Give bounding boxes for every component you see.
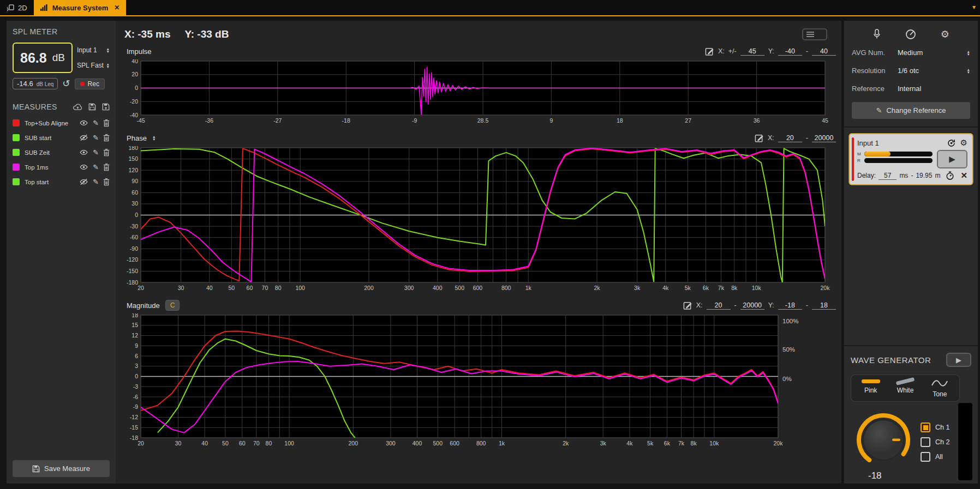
measure-row[interactable]: SUB start ✎: [13, 134, 110, 142]
impulse-chart-container[interactable]: -45-36-27-18-928.591827364540200-20-40: [121, 59, 837, 127]
magnitude-y-min-field[interactable]: -18: [778, 301, 802, 310]
edit-range-icon[interactable]: [683, 301, 692, 310]
channel-checkbox[interactable]: All: [921, 452, 961, 462]
spinner-icon[interactable]: ▲▼: [106, 47, 110, 53]
tab-measure-label: Measure System: [52, 4, 109, 12]
svg-text:400: 400: [433, 285, 443, 291]
impulse-y-min-field[interactable]: -40: [778, 47, 802, 56]
svg-text:5k: 5k: [647, 440, 654, 446]
gear-icon[interactable]: ⚙: [941, 28, 949, 40]
remove-input-icon[interactable]: ✕: [960, 171, 967, 180]
phase-x-min-field[interactable]: 20: [778, 134, 802, 142]
delete-measure-icon[interactable]: [103, 148, 110, 156]
spinner-icon[interactable]: ▲▼: [106, 63, 110, 68]
change-reference-button[interactable]: ✎ Change Reference: [852, 102, 970, 119]
tab-2d[interactable]: 2D: [0, 0, 34, 15]
svg-text:600: 600: [450, 440, 459, 446]
tab-measure-system[interactable]: Measure System ✕: [34, 0, 127, 15]
magnitude-x-max-field[interactable]: 20000: [740, 301, 764, 310]
impulse-chart[interactable]: -45-36-27-18-928.591827364540200-20-40: [121, 59, 830, 125]
spl-mode-select[interactable]: SPL Fast ▲▼: [77, 62, 110, 69]
impulse-y-max-field[interactable]: 40: [812, 47, 836, 56]
impulse-x-range-field[interactable]: 45: [740, 47, 764, 56]
latency-gauge-icon[interactable]: [905, 28, 916, 40]
measure-name: SUB Zeit: [25, 149, 79, 156]
svg-text:9: 9: [135, 342, 138, 349]
cloud-upload-icon[interactable]: [73, 104, 82, 111]
svg-text:3k: 3k: [600, 440, 607, 446]
measure-row[interactable]: Top+Sub Aligne ✎: [13, 119, 110, 127]
magnitude-y-max-field[interactable]: 18: [812, 301, 836, 310]
rec-button[interactable]: Rec: [75, 79, 105, 89]
r-level-meter: [864, 158, 933, 163]
source-tone[interactable]: Tone: [923, 379, 957, 398]
svg-text:40: 40: [132, 59, 138, 64]
close-tab-icon[interactable]: ✕: [114, 4, 119, 11]
resolution-row[interactable]: Resolution 1/6 otc ▲▼: [844, 62, 978, 80]
svg-text:-40: -40: [130, 112, 138, 118]
eye-off-icon[interactable]: [79, 178, 88, 185]
magnitude-chart[interactable]: 203040506070801002003004005006008001k2k3…: [121, 313, 830, 448]
microphone-icon[interactable]: [873, 28, 881, 40]
eye-icon[interactable]: [79, 149, 88, 156]
tabbar-overflow-icon[interactable]: ▾: [972, 3, 976, 11]
svg-text:50: 50: [228, 285, 235, 291]
measure-row[interactable]: Top start ✎: [13, 178, 110, 186]
edit-range-icon[interactable]: [755, 134, 764, 143]
input-settings-gear-icon[interactable]: ⚙: [960, 138, 967, 148]
eye-off-icon[interactable]: [79, 134, 88, 141]
edit-measure-icon[interactable]: ✎: [93, 134, 99, 142]
history-icon[interactable]: ↺: [62, 78, 70, 89]
generator-play-button[interactable]: ▶: [946, 353, 971, 367]
delay-value-field[interactable]: 57: [879, 172, 897, 180]
svg-text:20k: 20k: [774, 440, 784, 446]
stopwatch-icon[interactable]: [946, 171, 954, 180]
delay-ms-unit: ms: [899, 172, 908, 179]
save-measure-button[interactable]: Save Measure: [13, 460, 110, 477]
edit-measure-icon[interactable]: ✎: [93, 119, 99, 127]
svg-text:200: 200: [364, 285, 374, 291]
source-pink[interactable]: Pink: [853, 379, 888, 398]
input-select[interactable]: Input 1 ▲▼: [77, 46, 110, 54]
save-add-icon[interactable]: [102, 103, 110, 111]
phase-chart[interactable]: 203040506070801002003004005006008001k2k3…: [121, 146, 830, 292]
input-play-button[interactable]: ▶: [937, 150, 967, 168]
svg-text:40: 40: [206, 285, 213, 291]
channel-checkbox[interactable]: Ch 2: [921, 437, 961, 447]
white-noise-icon: [896, 377, 915, 385]
coherence-toggle-button[interactable]: C: [165, 300, 180, 311]
tab-2d-label: 2D: [18, 4, 27, 12]
phase-mode-spinner-icon[interactable]: ▲▼: [152, 135, 156, 141]
channel-checkbox[interactable]: Ch 1: [921, 422, 961, 432]
measure-row[interactable]: Top 1ms ✎: [13, 163, 110, 171]
eye-icon[interactable]: [79, 119, 88, 126]
spinner-icon[interactable]: ▲▼: [967, 50, 970, 56]
measure-row[interactable]: SUB Zeit ✎: [13, 148, 110, 156]
delete-measure-icon[interactable]: [103, 134, 110, 142]
phase-chart-container[interactable]: 203040506070801002003004005006008001k2k3…: [121, 146, 837, 294]
clip-indicator: [852, 137, 854, 181]
svg-text:1k: 1k: [499, 440, 505, 446]
source-white[interactable]: White: [888, 379, 922, 398]
phase-x-max-field[interactable]: 20000: [812, 134, 836, 142]
spinner-icon[interactable]: ▲▼: [967, 68, 970, 74]
magnitude-x-min-field[interactable]: 20: [707, 301, 731, 310]
avg-num-row[interactable]: AVG Num. Medium ▲▼: [844, 44, 978, 62]
save-icon[interactable]: [88, 103, 96, 111]
svg-text:7k: 7k: [678, 440, 685, 446]
delete-measure-icon[interactable]: [103, 163, 110, 171]
edit-measure-icon[interactable]: ✎: [93, 178, 99, 186]
delete-measure-icon[interactable]: [103, 178, 110, 186]
svg-text:-18: -18: [130, 434, 138, 441]
legend-toggle-button[interactable]: [802, 28, 827, 40]
edit-range-icon[interactable]: [705, 47, 714, 56]
delete-measure-icon[interactable]: [103, 119, 110, 127]
level-knob[interactable]: [851, 407, 916, 472]
auto-delay-sync-icon[interactable]: [947, 138, 956, 148]
measures-list: Top+Sub Aligne ✎ SUB start ✎ SUB Zeit ✎ …: [13, 119, 110, 186]
magnitude-chart-container[interactable]: 203040506070801002003004005006008001k2k3…: [121, 313, 837, 450]
edit-measure-icon[interactable]: ✎: [93, 163, 99, 171]
input-channel-card[interactable]: Input 1 ⚙ M R: [848, 133, 973, 185]
edit-measure-icon[interactable]: ✎: [93, 148, 99, 156]
eye-icon[interactable]: [79, 164, 88, 171]
